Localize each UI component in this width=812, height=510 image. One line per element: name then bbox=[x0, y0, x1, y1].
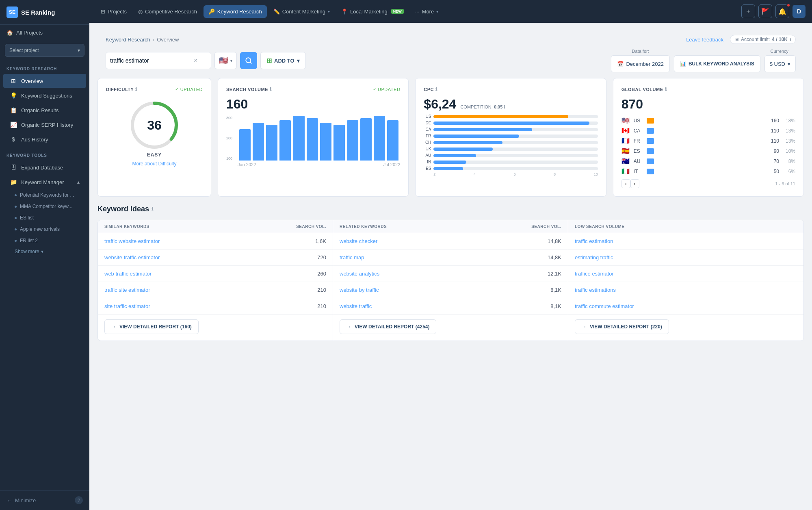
ideas-col-vol-header bbox=[756, 224, 797, 229]
gv-info-icon[interactable]: ℹ bbox=[665, 87, 667, 92]
ideas-row: web traffic estimator 260 bbox=[98, 266, 333, 282]
ideas-row: traffic website estimator 1,6K bbox=[98, 233, 333, 250]
notification-badge bbox=[786, 3, 790, 7]
country-code: IT bbox=[634, 169, 643, 174]
sidebar-item-ads-history[interactable]: $ Ads History bbox=[3, 132, 86, 146]
clear-search-button[interactable]: × bbox=[194, 57, 197, 64]
bell-button[interactable]: 🔔 bbox=[775, 4, 789, 18]
lightbulb-icon: 💡 bbox=[10, 92, 17, 99]
cpc-card: CPC ℹ $6,24 COMPETITION: 0,05 ℹ US DE bbox=[415, 78, 606, 197]
gv-color-bar bbox=[647, 118, 654, 124]
sv-info-icon[interactable]: ℹ bbox=[270, 87, 272, 92]
us-flag-icon: 🇺🇸 bbox=[219, 56, 228, 65]
sv-bar bbox=[347, 120, 358, 161]
keyword-link[interactable]: website checker bbox=[340, 238, 521, 244]
country-flag-selector[interactable]: 🇺🇸 ▾ bbox=[214, 52, 237, 69]
view-report-button-low_volume[interactable]: → VIEW DETAILED REPORT (220) bbox=[575, 319, 669, 334]
sidebar: SE SE Ranking 🏠 All Projects Select proj… bbox=[0, 0, 89, 510]
gv-percent: 6% bbox=[782, 169, 795, 174]
gv-volume: 70 bbox=[767, 158, 779, 164]
keyword-link[interactable]: traffic commute estimator bbox=[575, 303, 756, 309]
keyword-link[interactable]: website by traffic bbox=[340, 287, 521, 293]
cpc-value: $6,24 bbox=[424, 97, 456, 112]
bullet-icon bbox=[15, 240, 17, 242]
nav-keyword-research[interactable]: 🔑 Keyword Research bbox=[204, 5, 267, 18]
nav-more[interactable]: ··· More ▾ bbox=[410, 5, 443, 18]
nav-local-marketing[interactable]: 📍 Local Marketing NEW bbox=[336, 5, 409, 18]
sidebar-item-expand-database[interactable]: 🗄 Expand Database bbox=[3, 161, 86, 174]
view-report-btn-wrap: → VIEW DETAILED REPORT (160) bbox=[98, 319, 333, 334]
gv-percent: 8% bbox=[782, 158, 795, 164]
country-flag-icon: 🇮🇹 bbox=[621, 167, 630, 175]
keyword-search-volume: 210 bbox=[286, 287, 326, 293]
difficulty-info-icon[interactable]: ℹ bbox=[135, 87, 137, 92]
keyword-link[interactable]: traffic estimation bbox=[575, 238, 756, 244]
nav-competitive-research[interactable]: ◎ Competitive Research bbox=[133, 5, 202, 18]
keyword-link[interactable]: traffic map bbox=[340, 254, 521, 260]
nav-content-marketing[interactable]: ✏️ Content Marketing ▾ bbox=[269, 5, 335, 18]
keyword-link[interactable]: web traffic estimator bbox=[104, 271, 286, 277]
sidebar-item-organic-results[interactable]: 📋 Organic Results bbox=[3, 103, 86, 117]
sidebar-item-keyword-manager[interactable]: 📁 Keyword Manager ▴ bbox=[3, 175, 86, 189]
view-report-button-similar[interactable]: → VIEW DETAILED REPORT (160) bbox=[104, 319, 199, 334]
info-icon: ℹ bbox=[790, 37, 791, 42]
user-avatar[interactable]: D bbox=[793, 5, 806, 18]
help-icon[interactable]: ? bbox=[75, 496, 83, 504]
keyword-ideas-info-icon[interactable]: ℹ bbox=[152, 206, 153, 212]
cpc-info-icon[interactable]: ℹ bbox=[435, 87, 437, 92]
breadcrumb: Keyword Research › Overview bbox=[106, 37, 179, 43]
competitive-icon: ◎ bbox=[138, 9, 143, 15]
gv-next-button[interactable]: › bbox=[630, 179, 639, 188]
sidebar-item-overview[interactable]: ⊞ Overview bbox=[3, 74, 86, 88]
add-button[interactable]: + bbox=[741, 4, 755, 18]
sidebar-sub-item-potential-keywords[interactable]: Potential Keywords for ... bbox=[0, 189, 89, 201]
leave-feedback-link[interactable]: Leave feedback bbox=[686, 37, 723, 43]
breadcrumb-root[interactable]: Keyword Research bbox=[106, 37, 150, 43]
gv-prev-button[interactable]: ‹ bbox=[621, 179, 630, 188]
keyword-link[interactable]: estimating traffic bbox=[575, 254, 756, 260]
keyword-link[interactable]: traffic website estimator bbox=[104, 238, 286, 244]
gv-volume: 110 bbox=[767, 128, 779, 134]
keyword-link[interactable]: website analytics bbox=[340, 271, 521, 277]
sv-bar bbox=[387, 120, 398, 161]
keyword-link[interactable]: traffice estimator bbox=[575, 271, 756, 277]
minimize-button[interactable]: ← Minimize ? bbox=[0, 490, 89, 510]
search-button[interactable] bbox=[240, 52, 257, 69]
flag-button[interactable]: 🚩 bbox=[758, 4, 772, 18]
database-icon: 🗄 bbox=[10, 164, 17, 171]
bulk-keyword-analysis-button[interactable]: 📊 BULK KEYWORD ANALYSIS bbox=[674, 55, 760, 72]
cpc-bar-fill bbox=[433, 167, 463, 170]
sidebar-sub-item-fr-list-2[interactable]: FR list 2 bbox=[0, 235, 89, 246]
sidebar-sub-item-es-list[interactable]: ES list bbox=[0, 212, 89, 224]
difficulty-more-link[interactable]: More about Difficulty bbox=[132, 161, 176, 167]
keyword-link[interactable]: traffic site estimator bbox=[104, 287, 286, 293]
show-more-button[interactable]: Show more ▾ bbox=[0, 246, 89, 257]
competition-info-icon[interactable]: ℹ bbox=[504, 104, 505, 109]
all-projects-link[interactable]: 🏠 All Projects bbox=[0, 25, 89, 41]
search-input[interactable] bbox=[110, 57, 191, 64]
sidebar-sub-item-apple-new-arrivals[interactable]: Apple new arrivals bbox=[0, 224, 89, 235]
sidebar-item-organic-serp-history[interactable]: 📈 Organic SERP History bbox=[3, 118, 86, 132]
sv-updated-badge: ✓ Updated bbox=[373, 87, 401, 92]
sidebar-sub-item-mma-competitor[interactable]: MMA Competitor keyw... bbox=[0, 201, 89, 212]
date-selector-button[interactable]: 📅 December 2022 bbox=[611, 55, 670, 72]
search-input-wrapper[interactable]: × bbox=[106, 52, 211, 69]
breadcrumb-current: Overview bbox=[157, 37, 179, 43]
keyword-link[interactable]: website traffic estimator bbox=[104, 254, 286, 260]
view-report-button-related[interactable]: → VIEW DETAILED REPORT (4254) bbox=[340, 319, 436, 334]
currency-selector[interactable]: $ USD ▾ bbox=[764, 55, 796, 72]
logo-text: SE Ranking bbox=[21, 9, 55, 16]
keyword-link[interactable]: traffic estimations bbox=[575, 287, 756, 293]
nav-projects[interactable]: ⊞ Projects bbox=[96, 5, 132, 18]
difficulty-updated-badge: ✓ Updated bbox=[175, 87, 203, 92]
dollar-icon: $ bbox=[10, 136, 17, 143]
project-select[interactable]: Select project ▾ bbox=[5, 44, 84, 57]
content-area: Keyword Research › Overview Leave feedba… bbox=[89, 23, 812, 510]
sidebar-item-keyword-suggestions[interactable]: 💡 Keyword Suggestions bbox=[3, 89, 86, 102]
add-to-button[interactable]: ⊞ ADD TO ▾ bbox=[260, 52, 306, 69]
keyword-link[interactable]: website traffic bbox=[340, 303, 521, 309]
keyword-ideas-section: Keyword ideas ℹ SIMILAR KEYWORDS SEARCH … bbox=[97, 205, 804, 341]
sv-bar bbox=[374, 116, 385, 161]
gv-country-row: 🇮🇹 IT 50 6% bbox=[621, 167, 795, 175]
keyword-link[interactable]: site traffic estimator bbox=[104, 303, 286, 309]
